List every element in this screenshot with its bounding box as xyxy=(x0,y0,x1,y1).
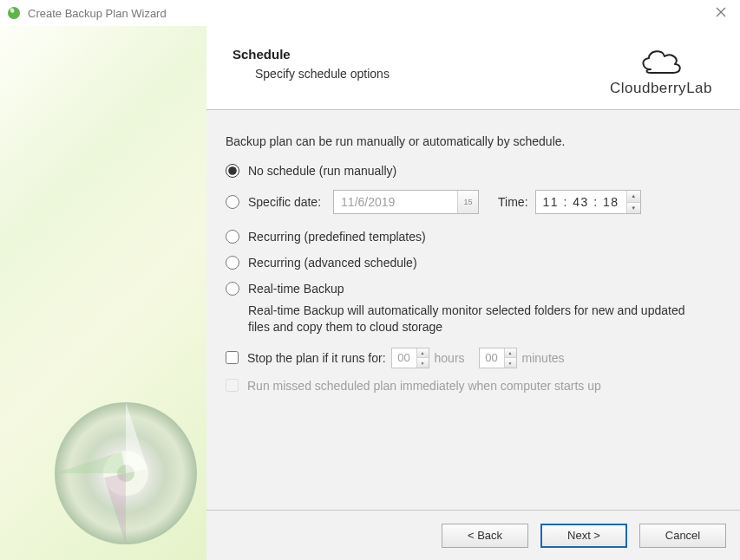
time-label: Time: xyxy=(498,195,527,209)
option-no-schedule[interactable]: No schedule (run manually) xyxy=(226,164,723,178)
wizard-sidebar xyxy=(0,26,206,560)
time-spinner-down[interactable]: ▼ xyxy=(627,203,640,214)
radio-realtime[interactable] xyxy=(226,282,239,296)
radio-recurring-predefined[interactable] xyxy=(226,230,239,244)
window-title: Create Backup Plan Wizard xyxy=(28,7,167,20)
stop-plan-row[interactable]: Stop the plan if it runs for: 00 ▲ ▼ hou… xyxy=(226,348,723,368)
hours-spinner-up[interactable]: ▲ xyxy=(417,348,429,359)
checkbox-stop-plan[interactable] xyxy=(226,351,239,364)
label-run-missed: Run missed scheduled plan immediately wh… xyxy=(247,379,601,393)
radio-recurring-advanced[interactable] xyxy=(226,256,239,270)
schedule-panel: Backup plan can be run manually or autom… xyxy=(206,110,740,510)
hours-input[interactable]: 00 ▲ ▼ xyxy=(391,348,429,368)
title-bar: Create Backup Plan Wizard xyxy=(0,0,740,26)
label-stop-plan: Stop the plan if it runs for: xyxy=(247,351,386,365)
date-input[interactable]: 11/6/2019 15 xyxy=(333,190,479,214)
label-recurring-predefined: Recurring (predefined templates) xyxy=(248,230,426,244)
cancel-button[interactable]: Cancel xyxy=(639,524,726,548)
option-recurring-predefined[interactable]: Recurring (predefined templates) xyxy=(226,230,723,244)
option-recurring-advanced[interactable]: Recurring (advanced schedule) xyxy=(226,256,723,270)
minutes-unit: minutes xyxy=(522,351,565,365)
radio-specific-date[interactable] xyxy=(226,195,239,209)
radio-no-schedule[interactable] xyxy=(226,164,239,178)
label-specific-date: Specific date: xyxy=(248,195,321,209)
next-button[interactable]: Next > xyxy=(540,524,627,548)
run-missed-row: Run missed scheduled plan immediately wh… xyxy=(226,379,723,393)
label-no-schedule: No schedule (run manually) xyxy=(248,164,396,178)
time-spinner-up[interactable]: ▲ xyxy=(627,191,640,203)
option-realtime[interactable]: Real-time Backup xyxy=(226,282,723,296)
minutes-value: 00 xyxy=(480,348,504,368)
cloud-icon xyxy=(637,43,685,78)
calendar-icon[interactable]: 15 xyxy=(457,191,478,213)
hours-unit: hours xyxy=(435,351,465,365)
label-recurring-advanced: Recurring (advanced schedule) xyxy=(248,256,417,270)
realtime-description: Real-time Backup will automatically moni… xyxy=(248,303,699,335)
hours-value: 00 xyxy=(392,348,416,368)
disc-illustration xyxy=(52,400,200,547)
brand-name: Cloudberry xyxy=(610,80,686,96)
page-title: Schedule xyxy=(232,47,390,62)
option-specific-date[interactable]: Specific date: 11/6/2019 15 Time: 11 : 4… xyxy=(226,190,723,214)
page-subtitle: Specify schedule options xyxy=(255,67,390,81)
label-realtime: Real-time Backup xyxy=(248,282,344,296)
brand-suffix: Lab xyxy=(686,80,712,96)
app-icon xyxy=(7,6,21,20)
close-button[interactable] xyxy=(712,3,730,21)
wizard-footer: < Back Next > Cancel xyxy=(206,510,740,560)
brand-logo: CloudberryLab xyxy=(610,43,714,97)
time-value: 11 : 43 : 18 xyxy=(536,191,626,213)
hours-spinner-down[interactable]: ▼ xyxy=(417,358,429,368)
time-input[interactable]: 11 : 43 : 18 ▲ ▼ xyxy=(535,190,641,214)
minutes-spinner-up[interactable]: ▲ xyxy=(505,348,516,359)
back-button[interactable]: < Back xyxy=(442,524,528,548)
minutes-spinner-down[interactable]: ▼ xyxy=(505,358,516,368)
wizard-header: Schedule Specify schedule options Cloudb… xyxy=(206,26,740,110)
minutes-input[interactable]: 00 ▲ ▼ xyxy=(479,348,517,368)
date-value: 11/6/2019 xyxy=(334,195,457,209)
svg-point-0 xyxy=(8,7,20,19)
intro-text: Backup plan can be run manually or autom… xyxy=(226,134,723,148)
checkbox-run-missed xyxy=(226,379,239,392)
